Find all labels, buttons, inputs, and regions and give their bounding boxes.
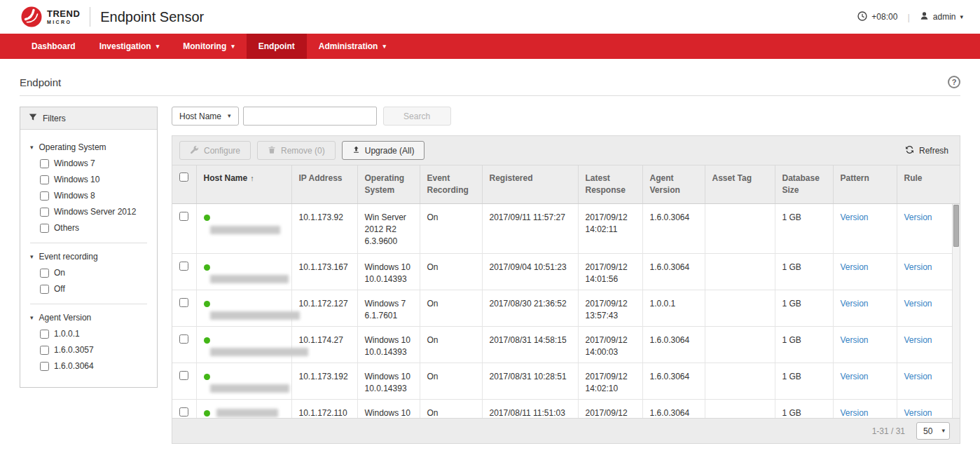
database-size-cell: 1 GB [775, 204, 833, 253]
pattern-version-link[interactable]: Version [841, 408, 869, 418]
filter-option[interactable]: Others [40, 223, 147, 233]
upload-arrow-icon [352, 145, 360, 156]
filter-option[interactable]: 1.6.0.3064 [40, 361, 147, 371]
operating-system-cell: Windows 7 6.1.7601 [357, 290, 420, 326]
search-input[interactable] [243, 107, 377, 126]
row-checkbox[interactable] [179, 334, 188, 344]
column-pattern[interactable]: Pattern [833, 165, 897, 204]
vertical-scrollbar[interactable] [952, 204, 960, 418]
header-text-divider: | [907, 12, 909, 22]
pattern-version-link[interactable]: Version [841, 212, 869, 222]
redacted-host-name [216, 409, 278, 417]
filter-option[interactable]: Windows 7 [40, 158, 147, 168]
app-header: TREND MICRO Endpoint Sensor +08:00 | adm… [0, 0, 980, 34]
row-checkbox[interactable] [179, 212, 188, 221]
filter-checkbox[interactable] [40, 285, 49, 294]
column-database-size[interactable]: Database Size [775, 165, 833, 204]
filter-checkbox[interactable] [40, 191, 49, 201]
ip-address-cell: 10.1.173.92 [291, 204, 357, 253]
online-status-dot [204, 215, 210, 221]
filter-group: ▾ Operating System Windows 7 Windows 10 [30, 142, 147, 233]
filter-option[interactable]: On [40, 268, 147, 278]
row-checkbox[interactable] [179, 298, 188, 307]
column-event-recording[interactable]: Event Recording [420, 165, 482, 204]
filter-option[interactable]: 1.6.0.3057 [40, 345, 147, 355]
online-status-dot [204, 301, 210, 307]
filter-group-label: Agent Version [39, 313, 92, 323]
nav-tab[interactable]: Monitoring ▾ [171, 34, 247, 59]
host-name-cell [196, 363, 291, 399]
operating-system-cell: Windows 10 10.0.14393 [357, 253, 420, 290]
column-asset-tag[interactable]: Asset Tag [705, 165, 775, 204]
rule-version-link[interactable]: Version [904, 262, 932, 272]
filter-checkbox[interactable] [40, 175, 49, 184]
column-ip-address[interactable]: IP Address [291, 165, 357, 204]
row-checkbox[interactable] [179, 407, 188, 417]
search-field-selector[interactable]: Host Name ▾ [172, 107, 239, 126]
rule-version-link[interactable]: Version [904, 372, 932, 381]
scrollbar-thumb[interactable] [953, 205, 959, 247]
upgrade-button[interactable]: Upgrade (All) [342, 141, 425, 160]
remove-button[interactable]: Remove (0) [257, 141, 336, 160]
filter-checkbox[interactable] [40, 208, 49, 217]
chevron-down-icon: ▾ [382, 43, 386, 50]
pattern-version-link[interactable]: Version [841, 262, 869, 272]
filters-title: Filters [43, 114, 66, 123]
row-checkbox[interactable] [179, 262, 188, 271]
filter-group-toggle[interactable]: ▾ Event recording [30, 252, 147, 262]
filter-option[interactable]: Windows 10 [40, 175, 147, 184]
column-registered[interactable]: Registered [482, 165, 578, 204]
trend-micro-logo: TREND MICRO [21, 6, 80, 27]
column-operating-system[interactable]: Operating System [357, 165, 420, 204]
ip-address-cell: 10.1.172.110 [291, 399, 357, 418]
filter-checkbox[interactable] [40, 362, 49, 371]
search-field-label: Host Name [179, 111, 221, 121]
refresh-button[interactable]: Refresh [905, 145, 953, 156]
operating-system-cell: Windows 10 10.0.14393 [357, 326, 420, 363]
filter-option[interactable]: Off [40, 284, 147, 294]
row-checkbox[interactable] [179, 371, 188, 380]
filter-group-toggle[interactable]: ▾ Agent Version [30, 313, 147, 323]
agent-version-cell: 1.6.0.3064 [642, 363, 705, 399]
filter-option[interactable]: Windows 8 [40, 191, 147, 201]
database-size-cell: 1 GB [775, 253, 833, 290]
rule-version-link[interactable]: Version [904, 212, 932, 222]
filter-option[interactable]: 1.0.0.1 [40, 329, 147, 339]
column-agent-version[interactable]: Agent Version [642, 165, 705, 204]
search-button[interactable]: Search [383, 107, 451, 126]
nav-tab[interactable]: Administration ▾ [307, 34, 398, 59]
select-all-checkbox[interactable] [179, 172, 188, 182]
filter-checkbox[interactable] [40, 330, 49, 339]
filter-option[interactable]: Windows Server 2012 [40, 207, 147, 217]
help-icon[interactable]: ? [948, 76, 960, 88]
redacted-host-name [210, 226, 280, 234]
filter-option-label: Windows 10 [54, 175, 99, 184]
column-latest-response[interactable]: Latest Response [578, 165, 642, 204]
rule-version-link[interactable]: Version [904, 408, 932, 418]
filter-checkbox[interactable] [40, 159, 49, 168]
filter-checkbox[interactable] [40, 269, 49, 278]
event-recording-cell: On [420, 363, 482, 399]
main-area: Host Name ▾ Search Configure [172, 107, 960, 444]
filter-group-toggle[interactable]: ▾ Operating System [30, 142, 147, 152]
filter-checkbox[interactable] [40, 346, 49, 355]
user-menu[interactable]: admin ▾ [920, 11, 963, 22]
filter-checkbox[interactable] [40, 224, 49, 233]
online-status-dot [204, 374, 210, 380]
product-title: Endpoint Sensor [100, 9, 204, 25]
column-host-name[interactable]: Host Name↑ [196, 165, 291, 204]
pattern-version-link[interactable]: Version [841, 372, 869, 381]
nav-tab[interactable]: Dashboard [20, 34, 88, 59]
column-rule[interactable]: Rule [897, 165, 960, 204]
funnel-icon [29, 113, 37, 123]
pattern-version-link[interactable]: Version [841, 299, 869, 309]
nav-tab-label: Monitoring [183, 41, 226, 51]
page-size-select[interactable]: 50 [916, 422, 950, 440]
rule-version-link[interactable]: Version [904, 335, 932, 345]
rule-version-link[interactable]: Version [904, 299, 932, 309]
nav-tab[interactable]: Investigation ▾ [88, 34, 172, 59]
configure-button[interactable]: Configure [179, 141, 251, 160]
nav-tab[interactable]: Endpoint [247, 34, 307, 59]
pattern-version-link[interactable]: Version [841, 335, 869, 345]
page-size-wrap: 50 ▾ [916, 422, 950, 440]
